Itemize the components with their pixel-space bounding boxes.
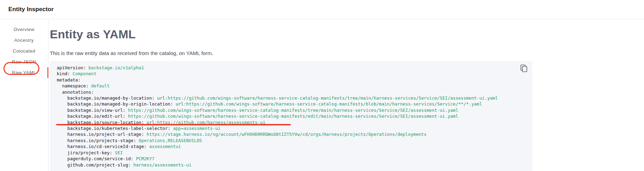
yaml-line: backstage.io/kubernetes-label-selector: … [57, 126, 220, 131]
yaml-key: harness.io/project-url-stage: [67, 132, 144, 137]
yaml-url-prefix: url: [176, 101, 186, 107]
copy-button[interactable] [520, 64, 528, 73]
yaml-value: https://github.com/wings-software/harnes… [186, 101, 482, 107]
sidebar-item-raw-yaml[interactable]: Raw YAML [0, 67, 48, 78]
yaml-key: backstage.io/edit-url: [67, 114, 125, 119]
yaml-line: github.com/project-slug: harness/assessm… [57, 162, 192, 168]
yaml-value: Component [73, 71, 96, 76]
entity-inspector-dialog: Entity Inspector OverviewAncestryColocat… [0, 0, 644, 171]
sidebar-tabs: OverviewAncestryColocatedRaw JSONRaw YAM… [0, 20, 48, 171]
yaml-value: backstage.io/v1alpha1 [88, 65, 144, 70]
yaml-line: namespace: default [57, 83, 110, 88]
yaml-key: backstage.io/source-location: [67, 120, 144, 125]
yaml-url-prefix: url: [147, 120, 157, 125]
yaml-line: harness.io/cd-serviceId-stage: assessmen… [57, 144, 181, 149]
yaml-value: https://github.com/wings-software/harnes… [168, 95, 498, 101]
yaml-key: annotations: [62, 90, 94, 95]
yaml-key: backstage.io/managed-by-origin-location: [67, 101, 173, 107]
yaml-key: backstage.io/managed-by-location: [67, 95, 154, 101]
yaml-key: namespace: [62, 83, 88, 88]
yaml-line: apiVersion: backstage.io/v1alpha1 [57, 65, 144, 70]
yaml-key: backstage.io/kubernetes-label-selector: [67, 126, 170, 131]
yaml-key: harness.io/cd-serviceId-stage: [67, 144, 146, 149]
yaml-url-prefix: url: [157, 95, 168, 101]
sidebar-item-overview[interactable]: Overview [0, 24, 48, 35]
yaml-key: apiVersion: [57, 65, 86, 70]
yaml-value: https://github.com/wings-software/harnes… [128, 114, 458, 119]
yaml-line: jira/project-key: SEI [57, 150, 123, 155]
page-title: Entity as YAML [50, 27, 644, 41]
yaml-value: https://github.com/wings-software/harnes… [128, 108, 458, 113]
sidebar-item-ancestry[interactable]: Ancestry [0, 35, 48, 46]
yaml-value: harness/assessments-ui [133, 162, 192, 168]
yaml-line: backstage.io/edit-url: https://github.co… [57, 114, 458, 119]
yaml-line: harness.io/projects-stage: Operations,RE… [57, 138, 202, 143]
yaml-line: metadata: [57, 77, 80, 83]
yaml-key: pagerduty.com/service-id: [67, 156, 133, 161]
yaml-line: harness.io/project-url-stage: https://st… [57, 132, 427, 137]
yaml-key: kind: [57, 71, 70, 76]
yaml-value: https://stage.harness.io/ng/account/wFHX… [147, 132, 427, 137]
yaml-line: pagerduty.com/service-id: PCM2KY7 [57, 156, 155, 161]
yaml-line: kind: Component [57, 71, 96, 76]
copy-icon [520, 64, 527, 72]
sidebar-item-raw-json[interactable]: Raw JSON [0, 56, 48, 67]
dialog-title: Entity Inspector [8, 6, 54, 13]
yaml-line: backstage.io/managed-by-location: url:ht… [57, 95, 498, 101]
yaml-value: PCM2KY7 [136, 156, 155, 161]
yaml-key: metadata: [57, 77, 80, 83]
yaml-key: harness.io/projects-stage: [67, 138, 136, 143]
yaml-content: apiVersion: backstage.io/v1alpha1 kind: … [50, 61, 532, 171]
yaml-line: backstage.io/managed-by-origin-location:… [57, 101, 482, 107]
yaml-value: SEI [115, 150, 123, 155]
yaml-value: app=assessments-ui [173, 126, 220, 131]
dialog-header: Entity Inspector [0, 0, 644, 19]
page-subtitle: This is the raw entity data as received … [50, 50, 644, 56]
yaml-value: https://github.com/harness/assessments-u… [157, 120, 265, 125]
yaml-codeblock: apiVersion: backstage.io/v1alpha1 kind: … [50, 61, 532, 171]
yaml-value: assessmentui [149, 144, 181, 149]
yaml-line: backstage.io/view-url: https://github.co… [57, 108, 458, 113]
dialog-body: OverviewAncestryColocatedRaw JSONRaw YAM… [0, 20, 644, 171]
yaml-line: backstage.io/source-location: url:https:… [57, 120, 265, 125]
sidebar-item-colocated[interactable]: Colocated [0, 46, 48, 56]
yaml-key: github.com/project-slug: [67, 162, 131, 168]
yaml-value: default [91, 83, 110, 88]
yaml-key: jira/project-key: [67, 150, 112, 155]
yaml-value: Operations,RELEASEBUILDS [139, 138, 202, 143]
yaml-key: backstage.io/view-url: [67, 108, 125, 113]
main-content: Entity as YAML This is the raw entity da… [48, 20, 644, 171]
yaml-line: annotations: [57, 90, 94, 95]
